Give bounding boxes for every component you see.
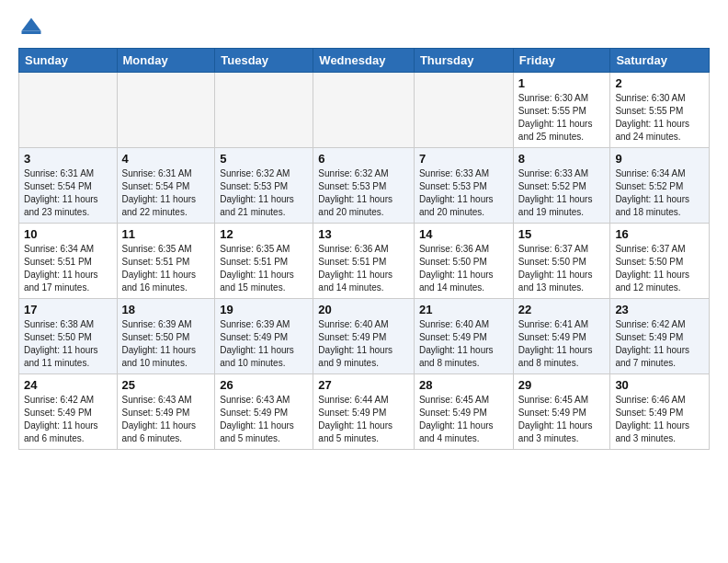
day-number: 19 <box>220 303 308 316</box>
weekday-header-tuesday: Tuesday <box>215 49 313 73</box>
day-number: 8 <box>518 152 606 166</box>
day-number: 23 <box>615 303 704 316</box>
day-info: Sunrise: 6:43 AM Sunset: 5:49 PM Dayligh… <box>220 394 308 445</box>
day-number: 27 <box>318 378 409 392</box>
day-number: 30 <box>615 378 704 392</box>
day-number: 6 <box>318 152 409 166</box>
day-number: 28 <box>419 378 508 392</box>
calendar-cell: 8Sunrise: 6:33 AM Sunset: 5:52 PM Daylig… <box>513 148 610 224</box>
day-number: 18 <box>122 303 210 316</box>
weekday-header-monday: Monday <box>117 49 215 73</box>
day-info: Sunrise: 6:45 AM Sunset: 5:49 PM Dayligh… <box>419 394 508 445</box>
day-info: Sunrise: 6:36 AM Sunset: 5:50 PM Dayligh… <box>419 243 508 294</box>
day-info: Sunrise: 6:33 AM Sunset: 5:52 PM Dayligh… <box>518 167 606 219</box>
day-info: Sunrise: 6:34 AM Sunset: 5:52 PM Dayligh… <box>615 167 704 219</box>
calendar-cell: 27Sunrise: 6:44 AM Sunset: 5:49 PM Dayli… <box>313 374 415 450</box>
calendar-cell <box>414 73 513 148</box>
svg-rect-1 <box>22 31 41 35</box>
day-number: 7 <box>419 152 508 166</box>
calendar-cell: 28Sunrise: 6:45 AM Sunset: 5:49 PM Dayli… <box>414 374 513 450</box>
day-number: 1 <box>518 76 606 90</box>
calendar-cell: 29Sunrise: 6:45 AM Sunset: 5:49 PM Dayli… <box>513 374 610 450</box>
day-number: 25 <box>122 378 210 392</box>
calendar-cell: 1Sunrise: 6:30 AM Sunset: 5:55 PM Daylig… <box>513 73 610 148</box>
calendar-cell: 11Sunrise: 6:35 AM Sunset: 5:51 PM Dayli… <box>117 224 215 299</box>
calendar-cell: 14Sunrise: 6:36 AM Sunset: 5:50 PM Dayli… <box>414 224 513 299</box>
day-number: 16 <box>615 227 704 241</box>
svg-marker-0 <box>22 18 41 31</box>
logo <box>18 15 48 40</box>
day-info: Sunrise: 6:45 AM Sunset: 5:49 PM Dayligh… <box>518 394 606 445</box>
calendar-cell: 23Sunrise: 6:42 AM Sunset: 5:49 PM Dayli… <box>610 299 710 374</box>
day-number: 15 <box>518 227 606 241</box>
day-info: Sunrise: 6:32 AM Sunset: 5:53 PM Dayligh… <box>220 167 308 219</box>
day-info: Sunrise: 6:44 AM Sunset: 5:49 PM Dayligh… <box>318 394 409 445</box>
day-info: Sunrise: 6:41 AM Sunset: 5:49 PM Dayligh… <box>518 318 606 370</box>
day-info: Sunrise: 6:40 AM Sunset: 5:49 PM Dayligh… <box>318 318 409 370</box>
calendar-cell: 5Sunrise: 6:32 AM Sunset: 5:53 PM Daylig… <box>215 148 313 224</box>
weekday-header-friday: Friday <box>513 49 610 73</box>
day-info: Sunrise: 6:31 AM Sunset: 5:54 PM Dayligh… <box>122 167 210 219</box>
day-info: Sunrise: 6:39 AM Sunset: 5:50 PM Dayligh… <box>122 318 210 370</box>
header <box>18 15 710 40</box>
day-number: 21 <box>419 303 508 316</box>
day-number: 4 <box>122 152 210 166</box>
calendar-cell: 17Sunrise: 6:38 AM Sunset: 5:50 PM Dayli… <box>19 299 118 374</box>
day-info: Sunrise: 6:30 AM Sunset: 5:55 PM Dayligh… <box>518 92 606 144</box>
day-number: 22 <box>518 303 606 316</box>
day-info: Sunrise: 6:42 AM Sunset: 5:49 PM Dayligh… <box>615 318 704 370</box>
day-number: 13 <box>318 227 409 241</box>
day-info: Sunrise: 6:46 AM Sunset: 5:49 PM Dayligh… <box>615 394 704 445</box>
weekday-header-sunday: Sunday <box>19 49 118 73</box>
day-number: 2 <box>615 76 704 90</box>
calendar-cell: 6Sunrise: 6:32 AM Sunset: 5:53 PM Daylig… <box>313 148 415 224</box>
calendar-cell: 20Sunrise: 6:40 AM Sunset: 5:49 PM Dayli… <box>313 299 415 374</box>
calendar-cell: 25Sunrise: 6:43 AM Sunset: 5:49 PM Dayli… <box>117 374 215 450</box>
calendar-cell: 9Sunrise: 6:34 AM Sunset: 5:52 PM Daylig… <box>610 148 710 224</box>
day-number: 17 <box>24 303 112 316</box>
day-info: Sunrise: 6:42 AM Sunset: 5:49 PM Dayligh… <box>24 394 112 445</box>
calendar-cell: 18Sunrise: 6:39 AM Sunset: 5:50 PM Dayli… <box>117 299 215 374</box>
calendar-cell <box>19 73 118 148</box>
week-row-5: 24Sunrise: 6:42 AM Sunset: 5:49 PM Dayli… <box>19 374 710 450</box>
calendar-cell: 2Sunrise: 6:30 AM Sunset: 5:55 PM Daylig… <box>610 73 710 148</box>
day-info: Sunrise: 6:34 AM Sunset: 5:51 PM Dayligh… <box>24 243 112 294</box>
day-info: Sunrise: 6:30 AM Sunset: 5:55 PM Dayligh… <box>615 92 704 144</box>
calendar-cell: 4Sunrise: 6:31 AM Sunset: 5:54 PM Daylig… <box>117 148 215 224</box>
day-number: 26 <box>220 378 308 392</box>
day-info: Sunrise: 6:40 AM Sunset: 5:49 PM Dayligh… <box>419 318 508 370</box>
day-info: Sunrise: 6:38 AM Sunset: 5:50 PM Dayligh… <box>24 318 112 370</box>
calendar-cell: 26Sunrise: 6:43 AM Sunset: 5:49 PM Dayli… <box>215 374 313 450</box>
calendar: SundayMondayTuesdayWednesdayThursdayFrid… <box>18 48 710 450</box>
calendar-cell <box>117 73 215 148</box>
week-row-1: 1Sunrise: 6:30 AM Sunset: 5:55 PM Daylig… <box>19 73 710 148</box>
calendar-cell: 10Sunrise: 6:34 AM Sunset: 5:51 PM Dayli… <box>19 224 118 299</box>
day-info: Sunrise: 6:43 AM Sunset: 5:49 PM Dayligh… <box>122 394 210 445</box>
calendar-cell <box>313 73 415 148</box>
day-number: 29 <box>518 378 606 392</box>
day-number: 14 <box>419 227 508 241</box>
day-info: Sunrise: 6:33 AM Sunset: 5:53 PM Dayligh… <box>419 167 508 219</box>
page: SundayMondayTuesdayWednesdayThursdayFrid… <box>0 0 728 465</box>
calendar-cell <box>215 73 313 148</box>
calendar-cell: 19Sunrise: 6:39 AM Sunset: 5:49 PM Dayli… <box>215 299 313 374</box>
day-info: Sunrise: 6:35 AM Sunset: 5:51 PM Dayligh… <box>220 243 308 294</box>
day-info: Sunrise: 6:37 AM Sunset: 5:50 PM Dayligh… <box>615 243 704 294</box>
calendar-cell: 15Sunrise: 6:37 AM Sunset: 5:50 PM Dayli… <box>513 224 610 299</box>
weekday-header-row: SundayMondayTuesdayWednesdayThursdayFrid… <box>19 49 710 73</box>
day-info: Sunrise: 6:39 AM Sunset: 5:49 PM Dayligh… <box>220 318 308 370</box>
day-info: Sunrise: 6:32 AM Sunset: 5:53 PM Dayligh… <box>318 167 409 219</box>
calendar-cell: 21Sunrise: 6:40 AM Sunset: 5:49 PM Dayli… <box>414 299 513 374</box>
weekday-header-wednesday: Wednesday <box>313 49 415 73</box>
day-info: Sunrise: 6:31 AM Sunset: 5:54 PM Dayligh… <box>24 167 112 219</box>
calendar-cell: 7Sunrise: 6:33 AM Sunset: 5:53 PM Daylig… <box>414 148 513 224</box>
day-number: 5 <box>220 152 308 166</box>
weekday-header-saturday: Saturday <box>610 49 710 73</box>
day-number: 11 <box>122 227 210 241</box>
day-number: 10 <box>24 227 112 241</box>
day-number: 9 <box>615 152 704 166</box>
calendar-cell: 13Sunrise: 6:36 AM Sunset: 5:51 PM Dayli… <box>313 224 415 299</box>
day-number: 20 <box>318 303 409 316</box>
logo-icon <box>18 15 44 40</box>
week-row-2: 3Sunrise: 6:31 AM Sunset: 5:54 PM Daylig… <box>19 148 710 224</box>
